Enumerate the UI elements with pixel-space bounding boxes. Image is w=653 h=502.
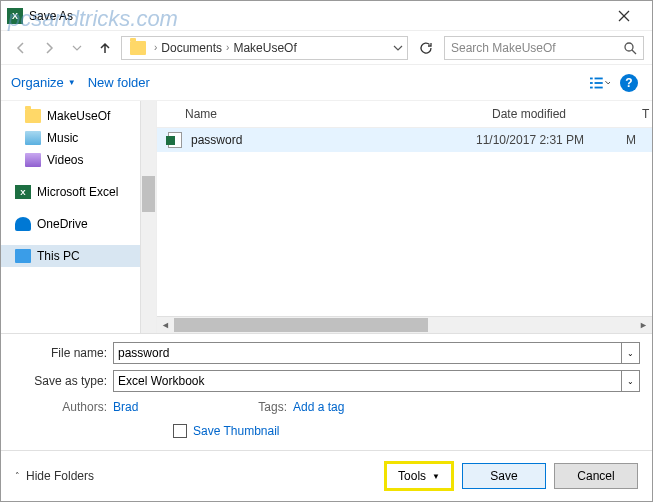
pc-icon bbox=[15, 249, 31, 263]
svg-rect-4 bbox=[590, 77, 593, 79]
arrow-right-icon bbox=[41, 40, 57, 56]
excel-icon: X bbox=[15, 185, 31, 199]
file-list-pane: Name Date modified T password 11/10/2017… bbox=[156, 101, 652, 333]
svg-rect-8 bbox=[590, 86, 593, 88]
svg-point-2 bbox=[625, 43, 633, 51]
organize-menu[interactable]: Organize▼ bbox=[11, 75, 76, 90]
close-button[interactable] bbox=[601, 1, 646, 30]
file-name: password bbox=[191, 133, 476, 147]
tree-item-onedrive[interactable]: OneDrive bbox=[1, 213, 140, 235]
tree-item-thispc[interactable]: This PC bbox=[1, 245, 140, 267]
tree-item-music[interactable]: Music bbox=[1, 127, 140, 149]
arrow-left-icon bbox=[13, 40, 29, 56]
save-type-label: Save as type: bbox=[13, 374, 113, 388]
dialog-footer: ˄Hide Folders Tools▼ Save Cancel bbox=[1, 450, 652, 501]
navigation-tree[interactable]: MakeUseOf Music Videos XMicrosoft Excel … bbox=[1, 101, 156, 333]
nav-up-button[interactable] bbox=[93, 36, 117, 60]
onedrive-icon bbox=[15, 217, 31, 231]
videos-icon bbox=[25, 153, 41, 167]
scrollbar-thumb[interactable] bbox=[142, 176, 155, 212]
svg-rect-6 bbox=[590, 82, 593, 84]
save-type-input[interactable] bbox=[113, 370, 622, 392]
refresh-icon bbox=[419, 41, 433, 55]
tree-item-excel[interactable]: XMicrosoft Excel bbox=[1, 181, 140, 203]
svg-rect-7 bbox=[595, 82, 603, 84]
breadcrumb-makeuseof[interactable]: MakeUseOf bbox=[233, 41, 296, 55]
file-name-input[interactable] bbox=[113, 342, 622, 364]
svg-line-3 bbox=[632, 50, 636, 54]
toolbar: Organize▼ New folder ? bbox=[1, 65, 652, 101]
breadcrumb-documents[interactable]: Documents bbox=[161, 41, 222, 55]
chevron-down-icon: ▼ bbox=[432, 472, 440, 481]
file-row[interactable]: password 11/10/2017 2:31 PM M bbox=[157, 128, 652, 152]
save-thumbnail-label: Save Thumbnail bbox=[193, 424, 280, 438]
nav-recent-button[interactable] bbox=[65, 36, 89, 60]
breadcrumb-separator: › bbox=[154, 42, 157, 53]
horizontal-scrollbar[interactable]: ◄ ► bbox=[157, 316, 652, 333]
column-date[interactable]: Date modified bbox=[482, 101, 632, 127]
breadcrumb-bar[interactable]: › Documents › MakeUseOf bbox=[121, 36, 408, 60]
chevron-down-icon: ▼ bbox=[68, 78, 76, 87]
breadcrumb-separator: › bbox=[226, 42, 229, 53]
save-form: File name: ⌄ Save as type: ⌄ Authors: Br… bbox=[1, 333, 652, 450]
view-options-button[interactable] bbox=[590, 73, 610, 93]
tree-item-makeuseof[interactable]: MakeUseOf bbox=[1, 105, 140, 127]
folder-icon bbox=[25, 109, 41, 123]
authors-value[interactable]: Brad bbox=[113, 400, 138, 414]
save-button[interactable]: Save bbox=[462, 463, 546, 489]
search-icon bbox=[623, 41, 637, 55]
chevron-down-icon bbox=[393, 43, 403, 53]
file-list-header: Name Date modified T bbox=[157, 101, 652, 128]
folder-icon bbox=[130, 41, 146, 55]
excel-app-icon: X bbox=[7, 8, 23, 24]
tags-value[interactable]: Add a tag bbox=[293, 400, 344, 414]
search-placeholder: Search MakeUseOf bbox=[451, 41, 556, 55]
hide-folders-button[interactable]: ˄Hide Folders bbox=[15, 469, 94, 483]
navigation-bar: › Documents › MakeUseOf Search MakeUseOf bbox=[1, 31, 652, 65]
titlebar: X Save As bbox=[1, 1, 652, 31]
save-as-dialog: X Save As › Documents › MakeUseOf Search… bbox=[0, 0, 653, 502]
breadcrumb-dropdown[interactable] bbox=[393, 43, 403, 53]
column-name[interactable]: Name bbox=[157, 101, 482, 127]
file-date: 11/10/2017 2:31 PM bbox=[476, 133, 626, 147]
save-thumbnail-checkbox[interactable] bbox=[173, 424, 187, 438]
column-type[interactable]: T bbox=[632, 101, 652, 127]
nav-back-button[interactable] bbox=[9, 36, 33, 60]
search-input[interactable]: Search MakeUseOf bbox=[444, 36, 644, 60]
arrow-up-icon bbox=[97, 40, 113, 56]
authors-label: Authors: bbox=[13, 400, 113, 414]
tools-menu-button[interactable]: Tools▼ bbox=[387, 464, 451, 488]
scrollbar-thumb[interactable] bbox=[174, 318, 428, 332]
refresh-button[interactable] bbox=[412, 36, 440, 60]
file-type: M bbox=[626, 133, 642, 147]
view-icon bbox=[590, 76, 610, 90]
svg-rect-5 bbox=[595, 77, 603, 79]
tree-scrollbar[interactable] bbox=[140, 101, 156, 333]
new-folder-button[interactable]: New folder bbox=[88, 75, 150, 90]
svg-rect-9 bbox=[595, 86, 603, 88]
file-name-dropdown[interactable]: ⌄ bbox=[622, 342, 640, 364]
scroll-left-button[interactable]: ◄ bbox=[157, 317, 174, 334]
file-name-label: File name: bbox=[13, 346, 113, 360]
scroll-right-button[interactable]: ► bbox=[635, 317, 652, 334]
chevron-down-icon bbox=[72, 43, 82, 53]
close-icon bbox=[618, 10, 630, 22]
save-type-dropdown[interactable]: ⌄ bbox=[622, 370, 640, 392]
excel-file-icon bbox=[167, 132, 183, 148]
tags-label: Tags: bbox=[258, 400, 293, 414]
nav-forward-button[interactable] bbox=[37, 36, 61, 60]
cancel-button[interactable]: Cancel bbox=[554, 463, 638, 489]
tree-item-videos[interactable]: Videos bbox=[1, 149, 140, 171]
main-area: MakeUseOf Music Videos XMicrosoft Excel … bbox=[1, 101, 652, 333]
music-icon bbox=[25, 131, 41, 145]
chevron-down-icon: ˄ bbox=[15, 471, 20, 481]
help-button[interactable]: ? bbox=[620, 74, 638, 92]
window-title: Save As bbox=[29, 9, 73, 23]
file-rows[interactable]: password 11/10/2017 2:31 PM M bbox=[157, 128, 652, 316]
